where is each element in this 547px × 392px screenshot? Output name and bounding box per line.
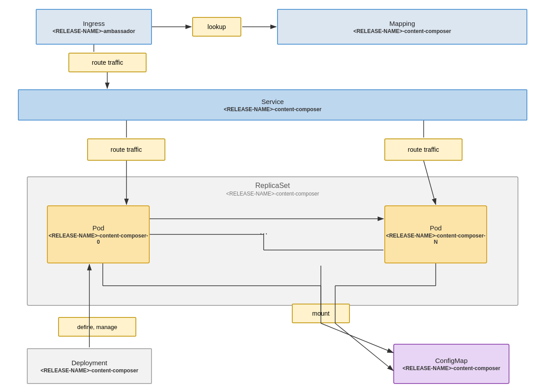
service-box: Service <RELEASE-NAME>-content-composer [18, 89, 527, 121]
route-traffic-2-box: route traffic [87, 138, 165, 161]
pod2-title: Pod [430, 224, 442, 232]
svg-line-24 [335, 323, 393, 371]
service-title: Service [261, 98, 284, 105]
pod1-title: Pod [93, 224, 105, 232]
configmap-title: ConfigMap [435, 357, 468, 364]
pod2-subtitle: <RELEASE-NAME>-content-composer-N [385, 233, 486, 245]
mapping-box: Mapping <RELEASE-NAME>-content-composer [277, 9, 527, 45]
service-subtitle: <RELEASE-NAME>-content-composer [224, 106, 322, 113]
replicaset-subtitle: <RELEASE-NAME>-content-composer [226, 191, 319, 197]
define-manage-box: define, manage [58, 317, 136, 337]
configmap-box: ConfigMap <RELEASE-NAME>-content-compose… [393, 344, 509, 384]
mapping-subtitle: <RELEASE-NAME>-content-composer [353, 28, 451, 34]
route-traffic-1-box: route traffic [68, 53, 147, 72]
ingress-box: Ingress <RELEASE-NAME>-ambassador [36, 9, 152, 45]
define-manage-label: define, manage [77, 324, 118, 330]
ingress-subtitle: <RELEASE-NAME>-ambassador [53, 28, 135, 34]
pod2-box: Pod <RELEASE-NAME>-content-composer-N [384, 205, 487, 263]
svg-line-23 [321, 323, 393, 353]
mapping-title: Mapping [389, 20, 415, 27]
mount-label: mount [312, 310, 330, 317]
pod1-subtitle: <RELEASE-NAME>-content-composer-0 [48, 233, 149, 245]
replicaset-title: ReplicaSet [255, 182, 290, 190]
route-traffic-3-box: route traffic [384, 138, 463, 161]
lookup-box: lookup [192, 17, 241, 37]
route-traffic-3-label: route traffic [408, 146, 439, 153]
route-traffic-1-label: route traffic [92, 59, 123, 66]
diagram: Ingress <RELEASE-NAME>-ambassador lookup… [0, 0, 547, 392]
deployment-subtitle: <RELEASE-NAME>-content-composer [41, 367, 139, 374]
route-traffic-2-label: route traffic [111, 146, 142, 153]
pod1-box: Pod <RELEASE-NAME>-content-composer-0 [47, 205, 150, 263]
deployment-box: Deployment <RELEASE-NAME>-content-compos… [27, 348, 152, 384]
ingress-title: Ingress [83, 20, 105, 27]
ellipsis: ... [250, 225, 277, 237]
deployment-title: Deployment [72, 359, 107, 367]
mount-box: mount [292, 304, 350, 323]
lookup-label: lookup [207, 23, 226, 30]
configmap-subtitle: <RELEASE-NAME>-content-composer [403, 365, 501, 371]
